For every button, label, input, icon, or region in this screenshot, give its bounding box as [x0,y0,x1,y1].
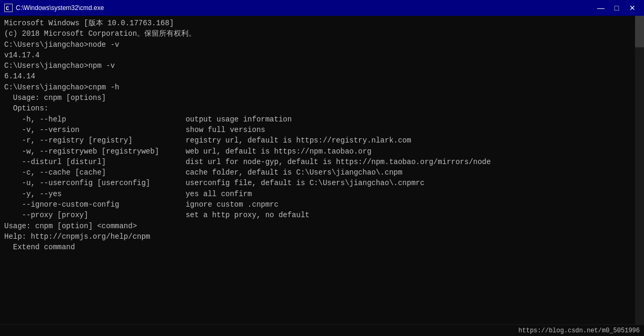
status-bar: https://blog.csdn.net/m0_5051996 [0,324,644,336]
terminal-line: Extend command [4,242,631,252]
terminal-line: -v, --version show full versions [4,125,631,135]
terminal-line: v14.17.4 [4,50,631,60]
scrollbar[interactable] [635,16,644,324]
terminal-line: -h, --help output usage information [4,114,631,125]
cmd-icon: C [4,4,13,12]
watermark-text: https://blog.csdn.net/m0_5051996 [519,327,640,334]
terminal-line: Options: [4,103,631,114]
terminal-line: -u, --userconfig [userconfig] userconfig… [4,178,631,188]
terminal-line: --disturl [disturl] dist url for node-gy… [4,157,631,167]
terminal-line: --ignore-custom-config ignore custom .cn… [4,199,631,210]
window-title: C:\Windows\system32\cmd.exe [16,4,104,12]
window-controls: — □ ✕ [593,2,640,14]
cmd-window: C C:\Windows\system32\cmd.exe — □ ✕ Micr… [0,0,644,336]
terminal-line: -w, --registryweb [registryweb] web url,… [4,146,631,157]
maximize-button[interactable]: □ [609,2,624,14]
terminal-line: --proxy [proxy] set a http proxy, no def… [4,210,631,220]
terminal-line: Microsoft Windows [版本 10.0.17763.168] [4,18,631,28]
terminal-area: Microsoft Windows [版本 10.0.17763.168](c)… [0,16,644,324]
titlebar: C C:\Windows\system32\cmd.exe — □ ✕ [0,0,644,16]
terminal-line: (c) 2018 Microsoft Corporation。保留所有权利。 [4,28,631,39]
terminal-line: Usage: cnpm [options] [4,93,631,103]
minimize-button[interactable]: — [593,2,608,14]
titlebar-left: C C:\Windows\system32\cmd.exe [4,4,104,12]
terminal-line: Usage: cnpm [option] <command> [4,221,631,231]
terminal-line: Help: http://cnpmjs.org/help/cnpm [4,231,631,242]
scrollbar-thumb[interactable] [635,16,644,47]
close-button[interactable]: ✕ [625,2,640,14]
terminal-output[interactable]: Microsoft Windows [版本 10.0.17763.168](c)… [0,16,635,324]
terminal-line: -c, --cache [cache] cache folder, defaul… [4,167,631,178]
terminal-line: -r, --registry [registry] registry url, … [4,135,631,146]
svg-text:C: C [6,6,9,12]
terminal-line: C:\Users\jiangchao>node -v [4,39,631,50]
terminal-line: 6.14.14 [4,71,631,82]
terminal-line: C:\Users\jiangchao>npm -v [4,60,631,71]
terminal-line: -y, --yes yes all confirm [4,189,631,199]
terminal-line: C:\Users\jiangchao>cnpm -h [4,82,631,93]
